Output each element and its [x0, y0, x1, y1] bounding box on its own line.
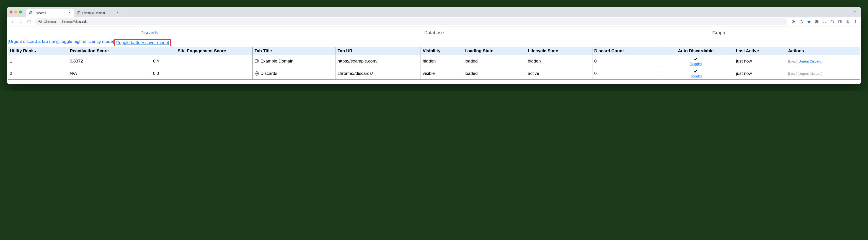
cell-reactivation: 0.8372	[68, 55, 151, 67]
column-header[interactable]: Reactivation Score	[68, 47, 151, 55]
action-link[interactable]: [Toggle high efficiency mode]	[58, 39, 114, 46]
discards-table: Utility Rank▲Reactivation ScoreSite Enga…	[8, 47, 860, 80]
svg-point-26	[855, 20, 856, 21]
address-text: Chrome | chrome://discards	[44, 20, 88, 24]
table-row: 10.83726.4Example Domainhttps://example.…	[8, 55, 860, 67]
globe-icon	[77, 11, 81, 14]
extensions-icon[interactable]	[813, 18, 820, 25]
cell-engagement: 0.0	[151, 67, 253, 80]
cell-rank: 1	[8, 55, 68, 67]
cell-auto-discardable: ✔[Toggle]	[657, 67, 734, 80]
cell-loading: loaded	[463, 55, 526, 67]
load-link[interactable]: [Load]	[788, 59, 798, 63]
browser-window: DiscardsExample Domain + Chrome | chrome…	[7, 7, 861, 84]
window-controls	[9, 10, 22, 13]
column-header[interactable]: Lifecycle State	[526, 47, 592, 55]
labs-icon[interactable]	[821, 18, 828, 25]
reload-button[interactable]	[26, 18, 32, 25]
globe-icon	[254, 59, 259, 63]
toolbar-right	[790, 18, 859, 25]
browser-tab[interactable]: Example Domain	[74, 9, 122, 17]
cell-auto-discardable: ✔[Toggle]	[657, 55, 734, 67]
cell-actions: [Load][Urgent Discard]	[786, 55, 860, 67]
action-link[interactable]: [Urgent discard a tab now]	[8, 39, 58, 46]
action-link[interactable]: [Toggle battery saver mode]	[116, 40, 169, 45]
toolbar: Chrome | chrome://discards	[7, 17, 861, 27]
highlighted-action-link: [Toggle battery saver mode]	[114, 39, 171, 46]
nav-tab-discards[interactable]: Discards	[7, 27, 291, 39]
svg-rect-22	[839, 20, 841, 23]
globe-icon	[29, 11, 33, 14]
cell-tab-url: https://example.com/	[336, 55, 421, 67]
column-header[interactable]: Loading State	[463, 47, 526, 55]
cell-actions: [Load][Urgent Discard]	[786, 67, 860, 80]
cell-rank: 2	[8, 67, 68, 80]
action-links-row: [Urgent discard a tab now][Toggle high e…	[7, 39, 861, 47]
nav-tab-database[interactable]: Database	[291, 27, 576, 39]
column-header[interactable]: Visibility	[421, 47, 463, 55]
column-header[interactable]: Discard Count	[592, 47, 657, 55]
cell-loading: loaded	[463, 67, 526, 80]
cell-tab-title: Discards	[253, 67, 336, 80]
svg-point-27	[855, 21, 856, 22]
column-header[interactable]: Tab URL	[336, 47, 421, 55]
cell-lifecycle: hidden	[526, 55, 592, 67]
browser-tab[interactable]: Discards	[26, 9, 74, 17]
profile-icon[interactable]	[844, 18, 851, 25]
globe-icon	[254, 71, 259, 76]
svg-line-14	[794, 22, 795, 23]
back-button[interactable]	[9, 18, 16, 25]
cell-tab-url: chrome://discards/	[336, 67, 421, 80]
bookmark-star-icon[interactable]	[806, 18, 812, 25]
column-header[interactable]: Tab Title	[253, 47, 336, 55]
new-tab-button[interactable]: +	[125, 9, 131, 15]
cell-lifecycle: active	[526, 67, 592, 80]
share-icon[interactable]	[798, 18, 805, 25]
tab-title: Example Domain	[82, 11, 114, 14]
check-icon: ✔	[694, 57, 698, 62]
cell-visibility: hidden	[421, 55, 463, 67]
maximize-window-button[interactable]	[19, 10, 22, 13]
table-row: 2N/A0.0Discardschrome://discards/visible…	[8, 67, 860, 80]
titlebar: DiscardsExample Domain +	[7, 7, 861, 17]
svg-line-21	[831, 20, 834, 23]
zoom-icon[interactable]	[790, 18, 797, 25]
security-icon[interactable]	[829, 18, 836, 25]
cell-last-active: just now	[734, 55, 786, 67]
cell-last-active: just now	[734, 67, 786, 80]
sidepanel-icon[interactable]	[837, 18, 843, 25]
tabs-chevron-icon[interactable]	[851, 9, 859, 14]
cell-tab-title: Example Domain	[253, 55, 336, 67]
chrome-icon	[38, 20, 42, 24]
forward-button[interactable]	[17, 18, 24, 25]
load-link[interactable]: [Load]	[788, 72, 798, 76]
tab-title: Discards	[34, 11, 66, 14]
column-header[interactable]: Site Engagement Score	[151, 47, 253, 55]
close-tab-icon[interactable]	[68, 11, 71, 14]
menu-icon[interactable]	[852, 18, 859, 25]
svg-point-25	[847, 20, 848, 22]
check-icon: ✔	[694, 69, 698, 74]
column-header[interactable]: Last Active	[734, 47, 786, 55]
page-content: DiscardsDatabaseGraph [Urgent discard a …	[7, 27, 861, 80]
address-bar[interactable]: Chrome | chrome://discards	[35, 18, 787, 25]
minimize-window-button[interactable]	[14, 10, 17, 13]
close-tab-icon[interactable]	[116, 11, 119, 14]
urgent-discard-link[interactable]: [Urgent Discard]	[798, 59, 822, 63]
column-header[interactable]: Utility Rank▲	[8, 47, 68, 55]
cell-visibility: visible	[421, 67, 463, 80]
svg-marker-18	[807, 20, 811, 23]
column-header[interactable]: Actions	[786, 47, 860, 55]
svg-point-28	[855, 22, 856, 23]
cell-discard-count: 0	[592, 55, 657, 67]
urgent-discard-link[interactable]: [Urgent Discard]	[798, 72, 822, 76]
close-window-button[interactable]	[9, 10, 12, 13]
column-header[interactable]: Auto Discardable	[657, 47, 734, 55]
cell-engagement: 6.4	[151, 55, 253, 67]
nav-tab-graph[interactable]: Graph	[577, 27, 861, 39]
cell-discard-count: 0	[592, 67, 657, 80]
nav-tabs: DiscardsDatabaseGraph	[7, 27, 861, 39]
toggle-auto-discardable-link[interactable]: [Toggle]	[659, 62, 732, 66]
toggle-auto-discardable-link[interactable]: [Toggle]	[659, 74, 732, 78]
cell-reactivation: N/A	[68, 67, 151, 80]
